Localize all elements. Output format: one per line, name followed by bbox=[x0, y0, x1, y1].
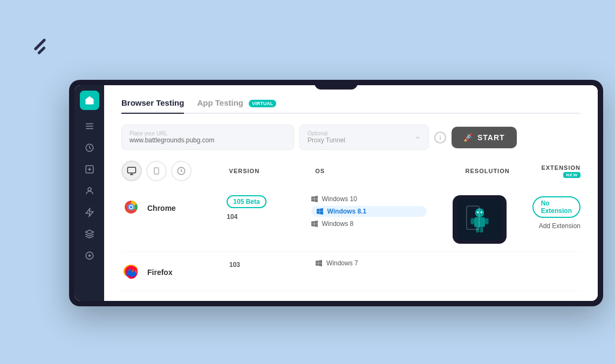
os-win10[interactable]: Windows 10 bbox=[311, 195, 427, 203]
info-icon[interactable]: i bbox=[434, 132, 446, 143]
phone-resolution-mockup bbox=[453, 195, 507, 244]
svg-rect-13 bbox=[474, 217, 485, 227]
firefox-extension bbox=[542, 259, 580, 260]
svg-rect-16 bbox=[476, 227, 479, 232]
device-screen: Browser Testing App Testing VIRTUAL Plac… bbox=[74, 85, 598, 301]
windows-icon-3 bbox=[316, 260, 322, 266]
chrome-icon bbox=[121, 197, 141, 219]
add-extension-link[interactable]: Add Extension bbox=[539, 222, 580, 230]
chrome-version-stable[interactable]: 104 bbox=[227, 211, 243, 222]
device-type-history[interactable] bbox=[171, 161, 192, 181]
svg-point-11 bbox=[130, 206, 133, 209]
tab-app-testing-badge: VIRTUAL bbox=[249, 100, 276, 107]
chrome-label: Chrome bbox=[147, 204, 176, 212]
version-header: VERSION bbox=[229, 168, 316, 174]
table-row: Chrome 105 Beta 104 Windows 10 bbox=[121, 188, 580, 252]
decorative-lines bbox=[32, 43, 47, 52]
sidebar-icon-user[interactable] bbox=[80, 181, 99, 201]
os-win81[interactable]: Windows 8.1 bbox=[311, 206, 427, 217]
url-input-container[interactable]: Place your URL www.battlegrounds.pubg.co… bbox=[121, 125, 294, 150]
chrome-versions: 105 Beta 104 bbox=[227, 195, 311, 222]
start-label: START bbox=[477, 133, 505, 142]
sidebar-icon-clock[interactable] bbox=[80, 138, 99, 157]
os-win8[interactable]: Windows 8 bbox=[311, 220, 427, 228]
sidebar-icon-back[interactable] bbox=[80, 116, 99, 136]
firefox-versions: 103 bbox=[229, 259, 316, 270]
os-win8-label: Windows 8 bbox=[322, 220, 354, 228]
robot-illustration bbox=[466, 203, 493, 236]
svg-point-19 bbox=[481, 211, 482, 213]
url-value: www.battlegrounds.pubg.com bbox=[129, 136, 214, 144]
phone-mockup-inner bbox=[457, 199, 503, 241]
table-row: Firefox 103 Windows 7 bbox=[121, 252, 580, 291]
tab-bar: Browser Testing App Testing VIRTUAL bbox=[121, 98, 580, 114]
chrome-os: Windows 10 Windows 8.1 Windows 8 bbox=[311, 195, 427, 228]
svg-rect-17 bbox=[480, 227, 483, 232]
tab-browser-testing[interactable]: Browser Testing bbox=[121, 98, 184, 114]
sidebar-logo[interactable] bbox=[80, 91, 99, 110]
svg-rect-6 bbox=[154, 168, 159, 174]
sidebar bbox=[74, 85, 104, 301]
firefox-label: Firefox bbox=[147, 268, 173, 277]
main-content: Browser Testing App Testing VIRTUAL Plac… bbox=[104, 85, 598, 301]
firefox-icon bbox=[121, 262, 141, 283]
device-type-desktop[interactable] bbox=[121, 161, 142, 181]
content-area: Browser Testing App Testing VIRTUAL Plac… bbox=[104, 85, 598, 301]
sidebar-icon-add[interactable] bbox=[80, 246, 99, 265]
svg-point-18 bbox=[477, 211, 479, 213]
url-label: Place your URL bbox=[129, 131, 286, 136]
no-extension-button[interactable]: No Extension bbox=[532, 196, 580, 218]
sidebar-icon-plus-square[interactable] bbox=[80, 160, 99, 179]
chrome-extension: No Extension Add Extension bbox=[532, 195, 580, 230]
resolution-header: RESOLUTION bbox=[434, 168, 542, 174]
info-symbol: i bbox=[440, 134, 441, 141]
os-win10-label: Windows 10 bbox=[322, 195, 357, 203]
chrome-version-beta[interactable]: 105 Beta bbox=[227, 195, 266, 208]
proxy-input-container[interactable]: Optional Proxy Tunnel bbox=[299, 125, 429, 150]
os-win7[interactable]: Windows 7 bbox=[316, 259, 434, 267]
sidebar-icon-layers[interactable] bbox=[80, 224, 99, 244]
chrome-browser-cell: Chrome bbox=[121, 195, 227, 219]
url-row: Place your URL www.battlegrounds.pubg.co… bbox=[121, 125, 580, 150]
proxy-value: Proxy Tunnel bbox=[308, 136, 345, 144]
device-type-row bbox=[121, 161, 229, 181]
extension-header: EXTENSION NEW bbox=[541, 164, 580, 177]
windows-icon-2 bbox=[311, 221, 318, 227]
os-header: OS bbox=[315, 168, 434, 174]
os-win81-label: Windows 8.1 bbox=[327, 208, 367, 215]
windows-selected-icon bbox=[317, 208, 323, 215]
svg-point-12 bbox=[475, 208, 484, 217]
proxy-label: Optional bbox=[308, 131, 345, 136]
os-win7-label: Windows 7 bbox=[326, 259, 358, 267]
firefox-version[interactable]: 103 bbox=[229, 259, 245, 270]
firefox-os: Windows 7 bbox=[316, 259, 434, 267]
svg-point-3 bbox=[88, 188, 91, 191]
chrome-resolution bbox=[427, 195, 532, 244]
tab-app-testing-label: App Testing bbox=[197, 98, 243, 107]
sidebar-icon-bolt[interactable] bbox=[80, 203, 99, 222]
device-type-mobile[interactable] bbox=[146, 161, 167, 181]
device-notch bbox=[315, 80, 358, 90]
chevron-down-icon bbox=[414, 134, 421, 141]
browser-rows: Chrome 105 Beta 104 Windows 10 bbox=[121, 188, 580, 291]
svg-rect-0 bbox=[88, 101, 91, 105]
tab-app-testing[interactable]: App Testing VIRTUAL bbox=[197, 98, 276, 114]
firefox-browser-cell: Firefox bbox=[121, 259, 229, 283]
extension-new-badge: NEW bbox=[563, 172, 580, 178]
start-icon: 🚀 bbox=[463, 133, 473, 142]
device-frame: Browser Testing App Testing VIRTUAL Plac… bbox=[69, 80, 603, 306]
svg-rect-5 bbox=[128, 167, 136, 173]
svg-rect-15 bbox=[485, 218, 489, 225]
svg-rect-14 bbox=[470, 218, 474, 225]
start-button[interactable]: 🚀 START bbox=[452, 127, 517, 148]
windows-icon bbox=[311, 196, 318, 202]
